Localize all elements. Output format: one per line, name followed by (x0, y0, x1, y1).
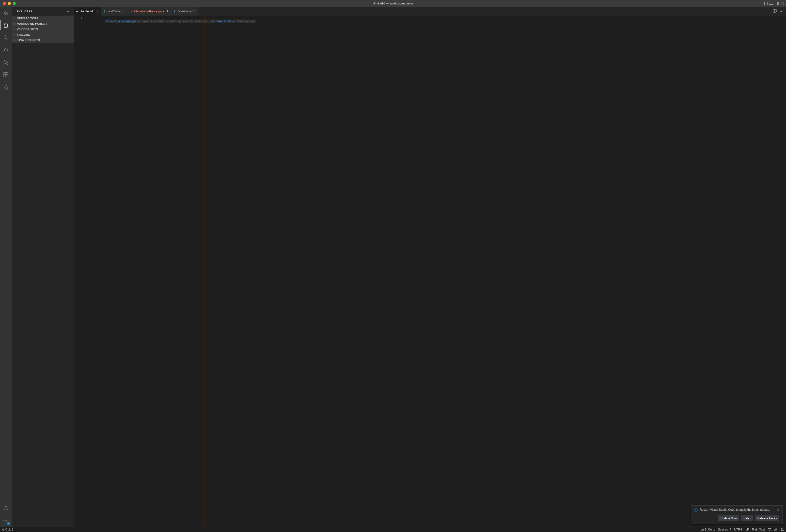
tab-label: test-file.md (178, 9, 194, 13)
svg-point-2 (4, 51, 5, 52)
status-notifications-icon[interactable] (781, 528, 784, 531)
chevron-right-icon: › (13, 33, 17, 36)
chevron-right-icon: › (13, 17, 17, 20)
svg-rect-6 (4, 75, 6, 77)
warning-icon: ⚠ (8, 528, 11, 531)
svg-point-3 (7, 49, 8, 51)
line-gutter: 1 (74, 16, 87, 527)
activity-testing-icon[interactable] (0, 83, 12, 91)
status-indentation[interactable]: Spaces: 4 (718, 528, 731, 531)
activity-accounts-icon[interactable] (0, 504, 12, 512)
maximize-window-button[interactable] (13, 2, 16, 5)
editor-more-icon[interactable]: ⋯ (780, 9, 784, 14)
close-icon[interactable]: ✕ (777, 508, 779, 511)
svg-point-10 (5, 520, 7, 522)
info-icon: ⓘ (694, 508, 698, 512)
notification-message: Restart Visual Studio Code to apply the … (700, 508, 770, 511)
file-icon: ● (131, 9, 133, 13)
tab-markdownparse-java[interactable]: ●MarkdownParse.java2 (128, 7, 171, 16)
sidebar-header: EXPLORER ⋯ (12, 7, 74, 16)
status-encoding[interactable]: UTF-8 (734, 528, 742, 531)
section-workspace[interactable]: ›MARKDOWN-PARSER (12, 21, 74, 26)
file-icon: ⬇ (103, 9, 106, 13)
toggle-panel-icon[interactable] (769, 2, 773, 5)
tab-label: test2-file.md (108, 9, 125, 13)
chevron-right-icon: › (13, 22, 17, 25)
svg-point-9 (5, 506, 7, 508)
section-timeline[interactable]: ›TIMELINE (12, 32, 74, 37)
close-window-button[interactable] (3, 2, 6, 5)
settings-badge: 1 (7, 522, 10, 525)
section-vscode-pets[interactable]: ›VS CODE PETS (12, 26, 74, 32)
svg-point-1 (4, 48, 5, 49)
titlebar-layout-controls (764, 2, 784, 5)
line-number: 1 (74, 16, 82, 20)
svg-point-12 (775, 529, 776, 530)
status-problems[interactable]: ⊘ 0 ⚠ 2 (2, 528, 13, 531)
titlebar: Untitled-1 — markdown-parser (0, 0, 786, 7)
sidebar-more-icon[interactable]: ⋯ (67, 9, 71, 14)
tab-untitled-1[interactable]: ≡Untitled-1× (74, 7, 101, 16)
tab-test-file-md[interactable]: ⬇test-file.md (171, 7, 198, 16)
update-notification: ⓘ Restart Visual Studio Code to apply th… (691, 505, 783, 524)
status-eol[interactable]: LF (745, 528, 749, 531)
svg-point-13 (776, 529, 777, 530)
tab-problem-count: 2 (167, 10, 168, 13)
window-title: Untitled-1 — markdown-parser (373, 2, 413, 5)
close-icon[interactable]: × (96, 9, 98, 13)
status-live-share-icon[interactable] (774, 528, 778, 531)
activity-extensions-icon[interactable] (0, 71, 12, 79)
svg-rect-8 (6, 72, 8, 74)
sidebar-sections: ›OPEN EDITORS ›MARKDOWN-PARSER ›VS CODE … (12, 16, 74, 527)
window-controls (0, 2, 16, 5)
tab-label: MarkdownParse.java (134, 9, 164, 13)
activity-explorer-icon[interactable] (0, 21, 12, 29)
editor-lines[interactable]: Select a language to get started. Start … (87, 16, 786, 527)
status-feedback-icon[interactable] (768, 528, 771, 531)
select-language-link[interactable]: Select a language (106, 20, 136, 23)
update-now-button[interactable]: Update Now (718, 515, 739, 522)
activity-bar: 1 (0, 7, 12, 527)
dont-show-link[interactable]: don't show (216, 20, 234, 23)
activity-run-debug-icon[interactable] (0, 59, 12, 66)
error-icon: ⊘ (2, 528, 4, 531)
editor-area: ≡Untitled-1×⬇test2-file.md●MarkdownParse… (74, 7, 786, 527)
editor-hint: Select a language to get started. Start … (105, 20, 256, 23)
status-bar: ⊘ 0 ⚠ 2 Ln 1, Col 1 Spaces: 4 UTF-8 LF P… (0, 527, 786, 532)
customize-layout-icon[interactable] (780, 2, 784, 5)
chevron-right-icon: › (13, 38, 17, 42)
svg-point-0 (4, 36, 7, 39)
activity-source-control-icon[interactable] (0, 46, 12, 54)
section-java-projects[interactable]: ›JAVA PROJECTS (12, 37, 74, 43)
activity-live-share-icon[interactable] (0, 9, 12, 17)
split-editor-icon[interactable] (773, 9, 777, 14)
sidebar-title: EXPLORER (17, 10, 33, 13)
toggle-secondary-sidebar-icon[interactable] (775, 2, 779, 5)
svg-point-4 (7, 63, 8, 65)
tab-label: Untitled-1 (79, 9, 93, 13)
svg-rect-7 (6, 75, 8, 77)
activity-search-icon[interactable] (0, 33, 12, 42)
chevron-right-icon: › (13, 27, 17, 31)
file-icon: ≡ (76, 9, 78, 13)
file-icon: ⬇ (174, 9, 176, 13)
status-cursor-position[interactable]: Ln 1, Col 1 (701, 528, 715, 531)
status-language[interactable]: Plain Text (752, 528, 765, 531)
later-button[interactable]: Later (741, 515, 753, 522)
svg-rect-5 (4, 72, 6, 74)
release-notes-button[interactable]: Release Notes (755, 515, 779, 522)
editor[interactable]: 1 Select a language to get started. Star… (74, 16, 786, 527)
toggle-primary-sidebar-icon[interactable] (764, 2, 768, 5)
section-open-editors[interactable]: ›OPEN EDITORS (12, 16, 74, 21)
minimize-window-button[interactable] (8, 2, 11, 5)
tab-test2-file-md[interactable]: ⬇test2-file.md (101, 7, 128, 16)
explorer-sidebar: EXPLORER ⋯ ›OPEN EDITORS ›MARKDOWN-PARSE… (12, 7, 74, 527)
activity-settings-icon[interactable]: 1 (0, 517, 12, 525)
tabs-row: ≡Untitled-1×⬇test2-file.md●MarkdownParse… (74, 7, 786, 16)
